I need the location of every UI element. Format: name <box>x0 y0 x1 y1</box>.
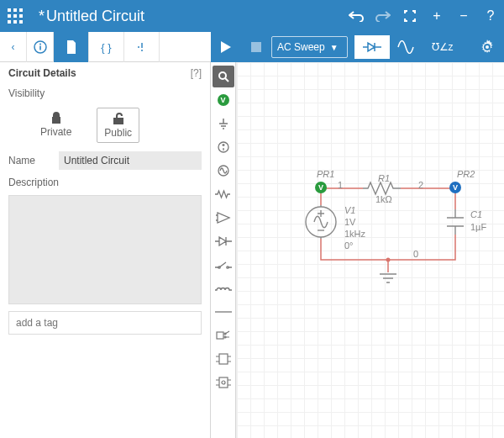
fullscreen-icon[interactable] <box>396 0 423 32</box>
mode-diode-icon[interactable] <box>354 35 390 59</box>
tab-info-icon[interactable] <box>27 32 54 62</box>
schematic-canvas[interactable]: V V PR1 PR2 1 2 0 R1 1kΩ V1 1V 1kHz 0° C… <box>236 62 504 438</box>
redo-icon[interactable] <box>370 0 396 32</box>
v1-name: V1 <box>344 205 355 215</box>
tab-back[interactable]: ‹ <box>0 32 27 62</box>
sim-mode-select[interactable]: AC Sweep ▼ <box>271 36 348 58</box>
palette-inductor-icon[interactable] <box>213 277 234 299</box>
probe-pr1-label: PR1 <box>317 169 334 179</box>
svg-rect-7 <box>13 20 17 24</box>
r1-value: 1kΩ <box>375 194 392 204</box>
palette-ground-icon[interactable] <box>213 113 234 135</box>
svg-rect-3 <box>8 14 11 18</box>
mode-phasor-icon[interactable]: ℧∠z <box>425 35 460 59</box>
svg-rect-8 <box>19 20 23 24</box>
palette-ic1-icon[interactable] <box>213 348 234 370</box>
palette-diode-icon[interactable] <box>213 230 234 252</box>
v1-phase: 0° <box>344 240 354 251</box>
visibility-public-label: Public <box>104 127 132 139</box>
tab-errors-icon[interactable] <box>124 32 160 62</box>
svg-point-28 <box>386 258 391 262</box>
tab-document-icon[interactable] <box>54 32 89 62</box>
probe-pr2-label: PR2 <box>457 169 475 179</box>
palette-switch-icon[interactable] <box>213 254 234 276</box>
title-text: Untitled Circuit <box>46 8 144 25</box>
svg-rect-2 <box>19 8 23 12</box>
description-label: Description <box>8 177 202 188</box>
probe-pr1-dot[interactable]: V <box>315 182 327 193</box>
svg-point-13 <box>141 50 143 51</box>
svg-point-16 <box>218 142 228 152</box>
visibility-private[interactable]: Private <box>34 108 78 143</box>
palette-ic2-icon[interactable] <box>213 372 234 393</box>
settings-icon[interactable] <box>470 40 504 55</box>
svg-point-10 <box>39 44 41 45</box>
node2-label: 2 <box>418 180 423 190</box>
v1-freq: 1kHz <box>344 229 365 239</box>
palette-search-icon[interactable] <box>213 66 234 87</box>
svg-rect-6 <box>8 20 11 24</box>
svg-rect-11 <box>39 46 41 50</box>
node1-label: 1 <box>338 180 343 190</box>
c1-name: C1 <box>470 209 482 219</box>
svg-rect-5 <box>19 14 23 18</box>
tag-input[interactable] <box>8 311 202 335</box>
lock-icon <box>50 111 62 124</box>
minus-button[interactable]: − <box>450 0 477 32</box>
svg-rect-14 <box>251 42 261 52</box>
tab-code[interactable]: { } <box>89 32 124 62</box>
undo-icon[interactable] <box>343 0 370 32</box>
palette-dc-source-icon[interactable] <box>213 136 234 158</box>
svg-rect-20 <box>217 332 223 339</box>
app-grid-icon[interactable] <box>0 0 30 32</box>
svg-point-25 <box>222 381 225 384</box>
svg-point-15 <box>219 72 226 79</box>
visibility-public[interactable]: Public <box>97 108 139 143</box>
v1-amp: 1V <box>344 217 355 227</box>
run-button[interactable] <box>211 32 241 62</box>
description-input[interactable] <box>8 195 202 304</box>
window-title: * Untitled Circuit <box>30 8 343 25</box>
details-panel: Circuit Details [?] Visibility Private P… <box>0 62 211 438</box>
svg-rect-0 <box>8 8 11 12</box>
r1-name: R1 <box>378 173 390 183</box>
svg-rect-23 <box>219 354 228 364</box>
name-label: Name <box>8 155 52 166</box>
name-input[interactable] <box>59 151 202 170</box>
palette-wire-icon[interactable] <box>213 301 234 323</box>
visibility-label: Visibility <box>8 87 202 99</box>
svg-rect-1 <box>13 8 17 12</box>
chevron-down-icon: ▼ <box>330 43 339 52</box>
svg-rect-24 <box>219 377 228 388</box>
svg-point-12 <box>138 46 139 48</box>
sim-toolbar: AC Sweep ▼ ℧∠z <box>211 32 504 62</box>
dirty-mark: * <box>39 8 46 25</box>
mode-sine-icon[interactable] <box>390 35 425 59</box>
component-palette: V <box>211 62 236 438</box>
help-button[interactable]: ? <box>477 0 504 32</box>
details-help[interactable]: [?] <box>191 67 202 79</box>
palette-ac-source-icon[interactable] <box>213 160 234 182</box>
probe-pr2-dot[interactable]: V <box>449 182 461 193</box>
plus-button[interactable]: + <box>423 0 450 32</box>
palette-relay-icon[interactable] <box>213 325 234 346</box>
visibility-private-label: Private <box>40 126 71 138</box>
sim-mode-label: AC Sweep <box>277 41 325 53</box>
left-tabs: ‹ { } <box>0 32 211 62</box>
node0-label: 0 <box>413 249 418 259</box>
palette-resistor-icon[interactable] <box>213 183 234 205</box>
svg-rect-4 <box>13 14 17 18</box>
c1-value: 1µF <box>470 222 486 232</box>
unlock-icon <box>112 112 125 125</box>
stop-button[interactable] <box>241 32 271 62</box>
palette-probe[interactable]: V <box>213 89 234 111</box>
details-header: Circuit Details <box>8 67 76 79</box>
palette-opamp-icon[interactable] <box>213 207 234 229</box>
